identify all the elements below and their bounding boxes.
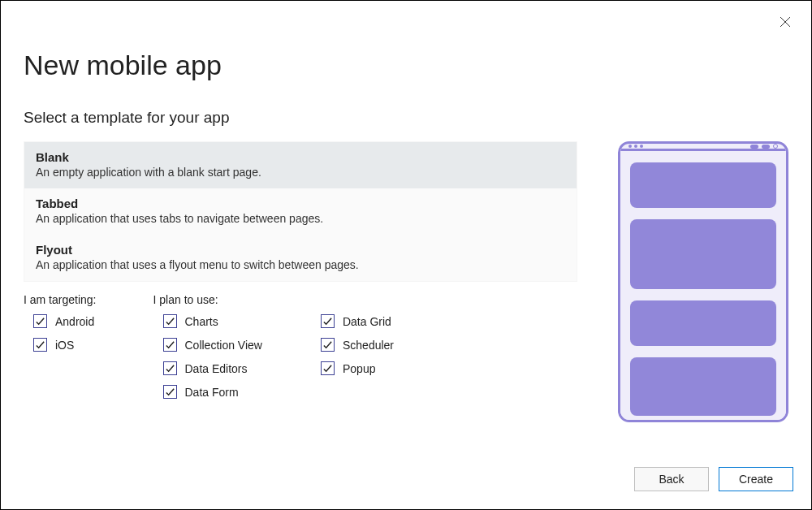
check-icon <box>165 363 175 374</box>
checkbox-label: Data Editors <box>185 362 248 375</box>
check-icon <box>322 339 333 350</box>
template-desc: An application that uses a flyout menu t… <box>36 258 565 271</box>
checkbox-data-grid[interactable] <box>321 314 335 328</box>
checkbox-android[interactable] <box>33 314 47 328</box>
checkbox-label: Popup <box>343 362 375 375</box>
preview-card <box>630 162 776 208</box>
template-item-blank[interactable]: Blank An empty application with a blank … <box>24 142 577 188</box>
checkbox-ios[interactable] <box>33 338 47 352</box>
page-title: New mobile app <box>24 50 788 81</box>
checkbox-label: Charts <box>185 315 218 328</box>
checkbox-popup[interactable] <box>321 361 335 375</box>
targeting-label: I am targeting: <box>24 293 97 306</box>
checkbox-scheduler[interactable] <box>321 338 335 352</box>
checkbox-charts[interactable] <box>163 314 177 328</box>
check-icon <box>165 387 175 397</box>
check-icon <box>322 316 333 326</box>
preview-card <box>630 219 776 289</box>
checkbox-label: iOS <box>55 339 74 352</box>
template-item-tabbed[interactable]: Tabbed An application that uses tabs to … <box>24 188 577 235</box>
preview-card <box>630 357 776 416</box>
checkbox-label: Android <box>55 315 94 328</box>
checkbox-data-editors[interactable] <box>163 361 177 375</box>
check-icon <box>165 316 175 326</box>
template-title: Blank <box>36 150 565 164</box>
template-desc: An application that uses tabs to navigat… <box>36 212 565 225</box>
template-title: Tabbed <box>36 197 565 210</box>
close-icon <box>780 16 791 28</box>
checkbox-collection-view[interactable] <box>163 338 177 352</box>
template-desc: An empty application with a blank start … <box>36 166 565 179</box>
checkbox-data-form[interactable] <box>163 385 177 399</box>
checkbox-label: Data Form <box>185 386 239 399</box>
close-button[interactable] <box>777 14 793 30</box>
check-icon <box>35 316 45 326</box>
template-preview <box>618 141 788 422</box>
checkbox-label: Data Grid <box>343 315 391 328</box>
checkbox-label: Scheduler <box>343 339 394 352</box>
check-icon <box>35 339 45 350</box>
check-icon <box>322 363 333 374</box>
checkbox-label: Collection View <box>185 339 262 352</box>
preview-card <box>630 300 776 346</box>
create-button[interactable]: Create <box>719 467 793 491</box>
plan-label: I plan to use: <box>153 293 395 306</box>
template-item-flyout[interactable]: Flyout An application that uses a flyout… <box>24 235 577 281</box>
check-icon <box>165 339 175 350</box>
template-title: Flyout <box>36 243 565 257</box>
page-subtitle: Select a template for your app <box>24 109 788 127</box>
template-list: Blank An empty application with a blank … <box>24 141 577 282</box>
back-button[interactable]: Back <box>634 467 709 491</box>
